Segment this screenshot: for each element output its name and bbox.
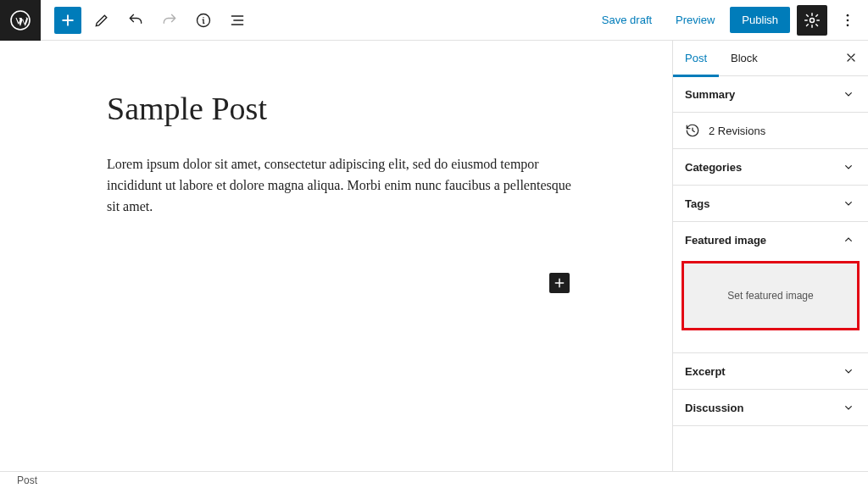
panel-categories-header[interactable]: Categories	[673, 149, 868, 185]
block-inserter-button[interactable]	[54, 7, 81, 34]
history-icon	[685, 123, 700, 138]
undo-icon[interactable]	[122, 7, 149, 34]
tab-block[interactable]: Block	[719, 41, 770, 76]
chevron-down-icon	[841, 86, 856, 102]
right-tools: Save draft Preview Publish	[593, 5, 868, 36]
chevron-down-icon	[841, 363, 856, 379]
panel-tags-header[interactable]: Tags	[673, 186, 868, 221]
publish-button[interactable]: Publish	[730, 7, 790, 33]
more-menu-icon[interactable]	[834, 5, 861, 36]
panel-tags-label: Tags	[685, 197, 709, 210]
revisions-row[interactable]: 2 Revisions	[673, 113, 868, 149]
panel-discussion-label: Discussion	[685, 402, 743, 414]
panel-featured-image-label: Featured image	[685, 234, 766, 247]
preview-button[interactable]: Preview	[667, 8, 723, 31]
post-title[interactable]: Sample Post	[107, 90, 672, 127]
chevron-down-icon	[841, 159, 856, 175]
panel-summary-label: Summary	[685, 88, 735, 101]
top-toolbar: Save draft Preview Publish	[0, 0, 868, 41]
svg-point-2	[810, 18, 815, 22]
revisions-label: 2 Revisions	[709, 125, 765, 137]
breadcrumb[interactable]: Post	[17, 474, 37, 486]
panel-summary: Summary	[673, 76, 868, 113]
svg-point-4	[847, 19, 849, 21]
tab-post[interactable]: Post	[673, 41, 719, 76]
info-icon[interactable]	[190, 7, 217, 34]
panel-discussion: Discussion	[673, 390, 868, 426]
panel-featured-image: Featured image Set featured image	[673, 222, 868, 353]
panel-summary-header[interactable]: Summary	[673, 76, 868, 112]
editor-canvas[interactable]: Sample Post Lorem ipsum dolor sit amet, …	[0, 41, 672, 471]
edit-icon[interactable]	[88, 7, 115, 34]
panel-discussion-header[interactable]: Discussion	[673, 390, 868, 425]
panel-excerpt-label: Excerpt	[685, 365, 726, 378]
redo-icon[interactable]	[156, 7, 183, 34]
panel-tags: Tags	[673, 186, 868, 222]
left-tools	[41, 7, 251, 34]
editor-footer: Post	[0, 471, 868, 488]
panel-excerpt: Excerpt	[673, 353, 868, 390]
svg-point-3	[847, 14, 849, 16]
close-icon[interactable]	[841, 47, 861, 68]
outline-icon[interactable]	[224, 7, 251, 34]
post-body[interactable]: Lorem ipsum dolor sit amet, consectetur …	[107, 154, 581, 218]
panel-categories: Categories	[673, 149, 868, 186]
wordpress-logo[interactable]	[0, 0, 41, 41]
settings-sidebar: Post Block Summary 2 Revisions Categorie…	[672, 41, 868, 471]
settings-button[interactable]	[797, 5, 827, 36]
chevron-up-icon	[841, 232, 856, 247]
block-appender-button[interactable]	[549, 273, 570, 293]
set-featured-image-button[interactable]: Set featured image	[682, 261, 860, 330]
panel-categories-label: Categories	[685, 161, 742, 174]
chevron-down-icon	[841, 400, 856, 415]
sidebar-tabs: Post Block	[673, 41, 868, 76]
panel-featured-image-header[interactable]: Featured image	[673, 222, 868, 258]
chevron-down-icon	[841, 196, 856, 211]
panel-excerpt-header[interactable]: Excerpt	[673, 353, 868, 389]
save-draft-button[interactable]: Save draft	[593, 8, 660, 31]
svg-point-5	[847, 24, 849, 26]
